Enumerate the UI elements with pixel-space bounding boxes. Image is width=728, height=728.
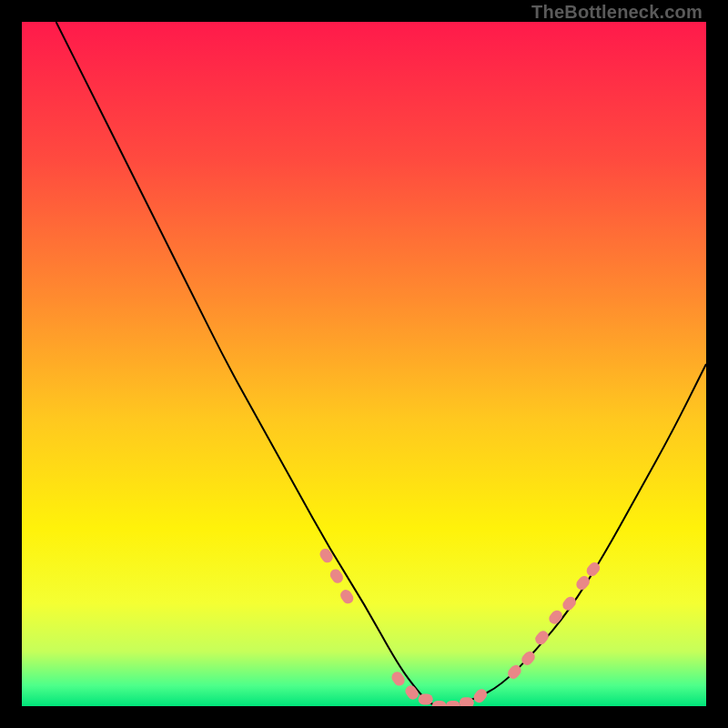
marker-dot xyxy=(339,588,356,606)
outer-frame: TheBottleneck.com xyxy=(0,0,728,728)
curve-layer xyxy=(22,22,706,706)
marker-dot xyxy=(318,547,335,565)
marker-dot xyxy=(574,574,592,592)
watermark-text: TheBottleneck.com xyxy=(531,2,703,23)
marker-dot xyxy=(446,701,460,706)
bottleneck-curve xyxy=(56,22,706,706)
marker-dot xyxy=(547,608,564,626)
curve-markers xyxy=(318,547,602,706)
marker-dot xyxy=(460,697,474,706)
marker-dot xyxy=(419,694,433,705)
marker-dot xyxy=(561,594,578,612)
marker-dot xyxy=(533,629,551,647)
plot-area xyxy=(22,22,706,706)
marker-dot xyxy=(403,683,420,702)
marker-dot xyxy=(471,687,489,705)
marker-dot xyxy=(432,701,447,706)
